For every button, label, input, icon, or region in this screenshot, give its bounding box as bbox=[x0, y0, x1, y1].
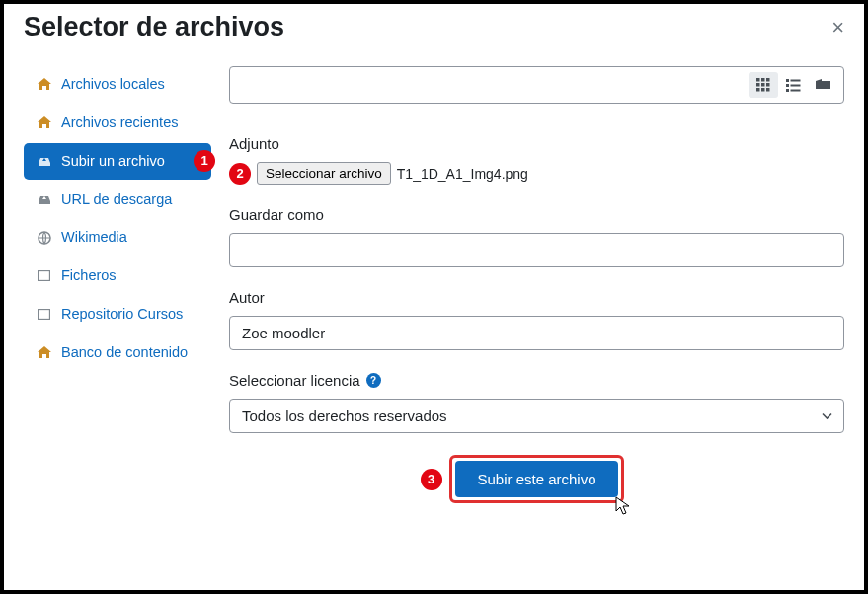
annotation-badge: 3 bbox=[421, 469, 442, 490]
sidebar-item-wikimedia[interactable]: Wikimedia bbox=[24, 219, 211, 256]
save-as-label: Guardar como bbox=[229, 206, 844, 223]
main-panel: Adjunto 2 Seleccionar archivo T1_1D_A1_I… bbox=[229, 66, 844, 590]
view-tree-button[interactable] bbox=[808, 72, 837, 98]
sidebar-item-label: Archivos recientes bbox=[61, 113, 178, 132]
svg-rect-3 bbox=[756, 78, 760, 82]
home-icon bbox=[38, 346, 53, 358]
svg-rect-8 bbox=[766, 83, 770, 87]
license-select[interactable] bbox=[229, 399, 844, 433]
sidebar-item-recent-files[interactable]: Archivos recientes bbox=[24, 105, 211, 141]
choose-file-button[interactable]: Seleccionar archivo bbox=[257, 162, 391, 185]
repository-sidebar: Archivos locales Archivos recientes Subi… bbox=[24, 66, 211, 590]
svg-rect-14 bbox=[786, 84, 789, 87]
submit-row: 3 Subir este archivo bbox=[229, 455, 844, 503]
cursor-icon bbox=[615, 496, 631, 516]
help-icon[interactable]: ? bbox=[366, 373, 381, 388]
home-icon bbox=[38, 78, 53, 90]
sidebar-item-label: Archivos locales bbox=[61, 75, 165, 94]
svg-rect-1 bbox=[39, 271, 50, 281]
view-toolbar bbox=[229, 66, 844, 104]
svg-rect-9 bbox=[756, 88, 760, 92]
attachment-label: Adjunto bbox=[229, 135, 844, 152]
author-label: Autor bbox=[229, 289, 844, 306]
svg-rect-15 bbox=[790, 84, 800, 86]
svg-rect-2 bbox=[39, 309, 50, 319]
sidebar-item-course-repo[interactable]: Repositorio Cursos bbox=[24, 296, 211, 333]
close-icon[interactable]: × bbox=[831, 15, 844, 40]
file-input-row: 2 Seleccionar archivo T1_1D_A1_Img4.png bbox=[229, 162, 844, 185]
view-list-button[interactable] bbox=[778, 72, 808, 98]
view-grid-button[interactable] bbox=[749, 72, 778, 98]
sidebar-item-local-files[interactable]: Archivos locales bbox=[24, 66, 211, 103]
svg-rect-5 bbox=[766, 78, 770, 82]
svg-rect-11 bbox=[766, 88, 770, 92]
chosen-file-name: T1_1D_A1_Img4.png bbox=[397, 166, 528, 182]
globe-icon bbox=[38, 231, 53, 245]
sidebar-item-label: Banco de contenido bbox=[61, 343, 188, 362]
upload-icon bbox=[38, 155, 53, 167]
sidebar-item-label: Subir un archivo bbox=[61, 152, 165, 171]
license-label: Seleccionar licencia ? bbox=[229, 372, 844, 389]
svg-rect-10 bbox=[761, 88, 765, 92]
sidebar-item-upload[interactable]: Subir un archivo 1 bbox=[24, 143, 211, 180]
svg-rect-6 bbox=[756, 83, 760, 87]
sidebar-item-files[interactable]: Ficheros bbox=[24, 258, 211, 294]
save-as-input[interactable] bbox=[229, 233, 844, 267]
svg-rect-17 bbox=[790, 89, 800, 91]
svg-rect-7 bbox=[761, 83, 765, 87]
dialog-header: Selector de archivos × bbox=[4, 4, 864, 46]
submit-highlight: Subir este archivo bbox=[449, 455, 623, 503]
upload-submit-button[interactable]: Subir este archivo bbox=[455, 461, 617, 497]
box-icon bbox=[38, 309, 53, 320]
sidebar-item-content-bank[interactable]: Banco de contenido bbox=[24, 334, 211, 371]
sidebar-item-label: Wikimedia bbox=[61, 228, 127, 247]
sidebar-item-url-download[interactable]: URL de descarga bbox=[24, 182, 211, 218]
annotation-badge: 2 bbox=[229, 163, 251, 185]
annotation-badge: 1 bbox=[194, 150, 215, 172]
svg-rect-4 bbox=[761, 78, 765, 82]
sidebar-item-label: Ficheros bbox=[61, 266, 117, 285]
box-icon bbox=[38, 270, 53, 281]
home-icon bbox=[38, 116, 53, 128]
download-icon bbox=[38, 193, 53, 205]
sidebar-item-label: Repositorio Cursos bbox=[61, 305, 183, 324]
svg-rect-16 bbox=[786, 89, 789, 92]
dialog-frame: Selector de archivos × Archivos locales … bbox=[0, 0, 868, 594]
author-input[interactable] bbox=[229, 316, 844, 350]
svg-rect-12 bbox=[786, 79, 789, 82]
dialog-title: Selector de archivos bbox=[24, 12, 284, 42]
svg-rect-13 bbox=[790, 79, 800, 81]
sidebar-item-label: URL de descarga bbox=[61, 190, 172, 209]
